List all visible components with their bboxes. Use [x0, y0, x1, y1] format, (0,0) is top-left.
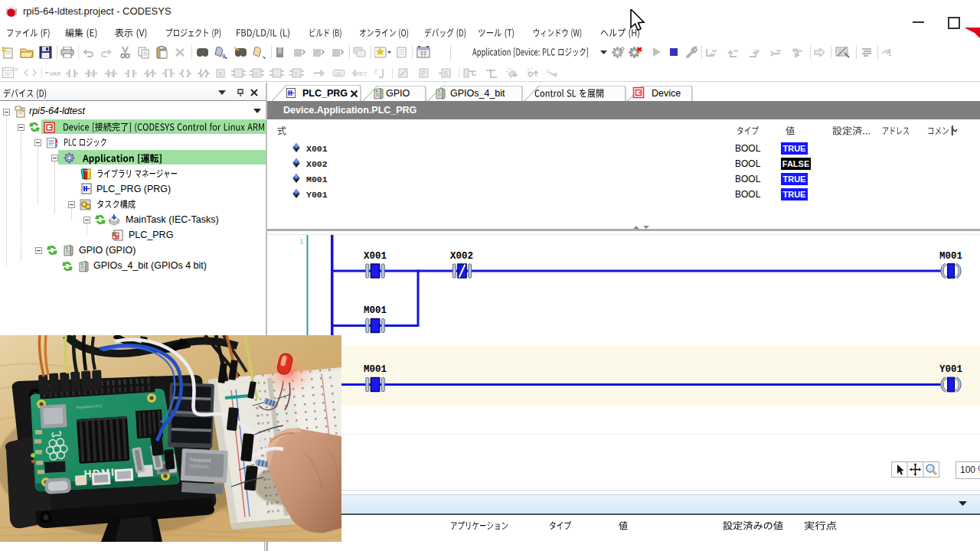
svg-text:LD: LD [335, 71, 341, 76]
svg-text:P: P [421, 70, 426, 77]
svg-text:S: S [443, 70, 448, 77]
svg-text:B: B [222, 54, 226, 59]
svg-text:R: R [109, 70, 113, 77]
svg-text:VAR: VAR [49, 70, 60, 76]
svg-text:?: ? [294, 70, 298, 77]
svg-text:?: ? [254, 70, 258, 77]
svg-text:S: S [89, 70, 93, 77]
svg-text:S: S [218, 70, 222, 77]
svg-text:RET: RET [356, 71, 367, 77]
